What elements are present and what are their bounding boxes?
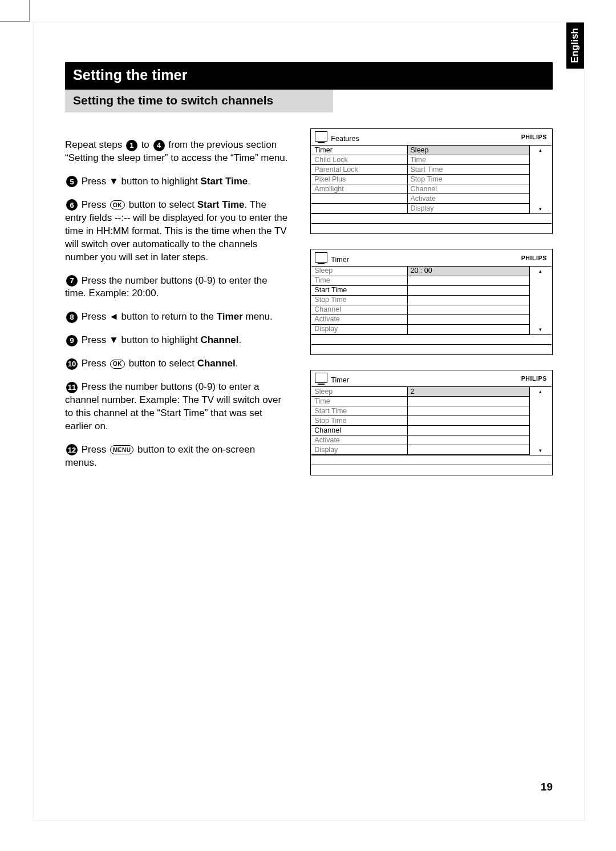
osd-brand: PHILIPS xyxy=(521,374,547,382)
osd-scrollbar: ▴▾ xyxy=(530,387,552,455)
text: . xyxy=(248,176,250,187)
osd-label-row: Channel xyxy=(311,305,407,315)
step-6-icon: 6 xyxy=(66,199,78,211)
osd-label-row: Parental Lock xyxy=(311,165,407,175)
down-arrow-icon: ▼ xyxy=(109,334,119,345)
osd-label-row: Start Time xyxy=(311,406,407,416)
osd-timer-starttime: PHILIPSTimerSleepTimeStart TimeStop Time… xyxy=(310,249,553,354)
step-1-icon: 1 xyxy=(126,140,137,151)
step-5-icon: 5 xyxy=(66,176,78,187)
section-title: Setting the timer xyxy=(65,62,553,90)
osd-label-row: Timer xyxy=(311,146,407,155)
scroll-up-icon: ▴ xyxy=(539,147,542,154)
step-11: 11 Press the number buttons (0-9) to ent… xyxy=(65,381,289,433)
osd-label-row: Child Lock xyxy=(311,155,407,165)
ok-key-icon: OK xyxy=(110,360,125,369)
osd-label-row: Channel xyxy=(311,426,407,435)
osd-label-row: Display xyxy=(311,325,407,334)
osd-brand: PHILIPS xyxy=(521,254,547,262)
osd-column: PHILIPSFeaturesTimerChild LockParental L… xyxy=(310,128,553,490)
bold-text: Start Time xyxy=(197,199,245,210)
osd-value-row: Sleep xyxy=(408,146,529,155)
osd-value-row xyxy=(408,276,529,286)
osd-value-row: Start Time xyxy=(408,165,529,175)
text: . xyxy=(236,358,238,369)
intro-text: Repeat steps 1 to 4 from the previous se… xyxy=(65,139,289,165)
step-8: 8 Press ◄ button to return to the Timer … xyxy=(65,310,289,324)
text: Repeat steps xyxy=(65,139,125,150)
osd-label-row: Time xyxy=(311,397,407,406)
osd-value-row xyxy=(408,426,529,435)
tv-icon xyxy=(315,373,327,383)
osd-brand: PHILIPS xyxy=(521,133,547,141)
ok-key-icon: OK xyxy=(110,200,125,209)
text: to xyxy=(139,139,152,150)
osd-value-row xyxy=(408,325,529,334)
osd-label-row: Sleep xyxy=(311,267,407,276)
osd-value-row xyxy=(408,305,529,315)
osd-label-row: Sleep xyxy=(311,387,407,397)
text: . xyxy=(238,334,241,345)
text: Press xyxy=(82,199,109,210)
step-4-icon: 4 xyxy=(153,140,165,151)
scroll-down-icon: ▾ xyxy=(539,447,542,454)
osd-label-row: Start Time xyxy=(311,286,407,296)
osd-value-row xyxy=(408,397,529,406)
osd-label-row: Pixel Plus xyxy=(311,175,407,184)
text: button to highlight xyxy=(119,176,201,187)
menu-key-icon: MENU xyxy=(110,445,133,454)
osd-label-row: Stop Time xyxy=(311,416,407,426)
osd-value-row: Display xyxy=(408,204,529,213)
bold-text: Channel xyxy=(197,358,236,369)
osd-scrollbar: ▴▾ xyxy=(530,146,552,213)
osd-value-row xyxy=(408,445,529,455)
bold-text: Timer xyxy=(217,311,243,322)
osd-value-row xyxy=(408,416,529,426)
text: menu. xyxy=(243,311,273,322)
bold-text: Channel xyxy=(200,334,238,345)
tv-icon xyxy=(315,252,327,263)
section-subtitle: Setting the time to switch channels xyxy=(65,90,333,112)
text: button to highlight xyxy=(119,334,201,345)
step-8-icon: 8 xyxy=(66,312,78,323)
osd-value-row: 2 xyxy=(408,387,529,397)
osd-value-row xyxy=(408,315,529,325)
text: Press xyxy=(82,176,109,187)
text: button to select xyxy=(126,199,197,210)
step-7: 7 Press the number buttons (0-9) to ente… xyxy=(65,275,289,301)
osd-value-row: 20 : 00 xyxy=(408,267,529,276)
osd-value-row: Activate xyxy=(408,194,529,204)
osd-features-menu: PHILIPSFeaturesTimerChild LockParental L… xyxy=(310,128,553,234)
step-6: 6 Press OK button to select Start Time. … xyxy=(65,199,289,264)
instruction-column: Repeat steps 1 to 4 from the previous se… xyxy=(65,128,289,490)
down-arrow-icon: ▼ xyxy=(109,176,119,187)
step-12-icon: 12 xyxy=(66,444,78,455)
crop-mark xyxy=(0,0,30,22)
osd-label-row: Activate xyxy=(311,435,407,445)
text: Press xyxy=(82,334,109,345)
osd-label-row: Display xyxy=(311,445,407,455)
osd-value-row xyxy=(408,286,529,296)
osd-title: Timer xyxy=(331,376,348,385)
step-5: 5 Press ▼ button to highlight Start Time… xyxy=(65,175,289,188)
osd-label-row: Activate xyxy=(311,315,407,325)
text: Press xyxy=(82,358,109,369)
text: Press the number buttons (0-9) to enter … xyxy=(65,275,268,299)
step-10-icon: 10 xyxy=(66,358,78,370)
osd-value-row xyxy=(408,406,529,416)
osd-value-row: Channel xyxy=(408,184,529,194)
text: button to select xyxy=(126,358,197,369)
osd-timer-channel: PHILIPSTimerSleepTimeStart TimeStop Time… xyxy=(310,370,553,475)
language-tab: English xyxy=(566,22,584,68)
scroll-down-icon: ▾ xyxy=(539,205,542,212)
osd-label-row: Ambilight xyxy=(311,184,407,194)
text: button to return to the xyxy=(119,311,217,322)
step-9-icon: 9 xyxy=(66,335,78,346)
step-7-icon: 7 xyxy=(66,275,78,287)
scroll-down-icon: ▾ xyxy=(539,326,542,333)
left-arrow-icon: ◄ xyxy=(109,311,119,322)
text: Press xyxy=(82,444,109,455)
bold-text: Start Time xyxy=(200,176,248,187)
step-12: 12 Press MENU button to exit the on-scre… xyxy=(65,443,289,470)
osd-label-row: Time xyxy=(311,276,407,286)
